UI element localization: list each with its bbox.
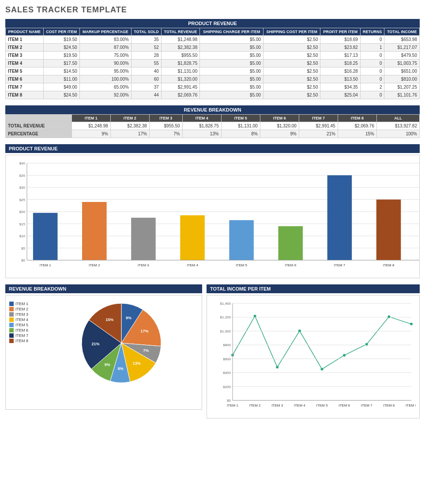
svg-rect-22 bbox=[131, 218, 156, 260]
pie-svg-wrapper: 9%17%7%13%8%9%21%15% bbox=[45, 299, 198, 387]
svg-point-76 bbox=[410, 323, 413, 325]
svg-text:ITEM 4: ITEM 4 bbox=[294, 403, 305, 407]
svg-text:ITEM 1: ITEM 1 bbox=[40, 263, 51, 267]
svg-text:ITEM 7: ITEM 7 bbox=[361, 403, 372, 407]
svg-text:$0: $0 bbox=[21, 258, 25, 262]
legend-label: ITEM 4 bbox=[15, 317, 28, 322]
column-header-row: PRODUCT NAMECOST PER ITEMMARKUP PERCENTA… bbox=[6, 28, 420, 36]
table-row: ITEM 1$19.5083.00%35$1,248.98$5.00$2.50$… bbox=[6, 36, 420, 44]
bottom-charts: REVENUE BREAKDOWN ITEM 1 ITEM 2 ITEM 3 I… bbox=[5, 284, 420, 418]
line-chart-title: TOTAL INCOME PER ITEM bbox=[207, 284, 420, 293]
svg-text:$400: $400 bbox=[223, 371, 231, 375]
legend-color bbox=[9, 333, 14, 338]
svg-text:ITEM 5: ITEM 5 bbox=[236, 263, 247, 267]
product-revenue-header: PRODUCT REVENUE bbox=[5, 19, 420, 28]
table-row: ITEM 4$17.5090.00%55$1,828.75$5.00$2.50$… bbox=[6, 60, 420, 67]
svg-text:ITEM 8: ITEM 8 bbox=[383, 403, 395, 407]
pie-chart-section: REVENUE BREAKDOWN ITEM 1 ITEM 2 ITEM 3 I… bbox=[5, 284, 202, 418]
svg-rect-32 bbox=[376, 200, 401, 261]
svg-point-66 bbox=[298, 329, 301, 332]
svg-text:7%: 7% bbox=[143, 348, 149, 353]
svg-point-64 bbox=[276, 366, 278, 369]
page-title: SALES TRACKER TEMPLATE bbox=[5, 5, 420, 15]
legend-item: ITEM 8 bbox=[9, 339, 40, 343]
legend-item: ITEM 4 bbox=[9, 317, 40, 322]
svg-point-68 bbox=[321, 368, 323, 370]
pie-legend: ITEM 1 ITEM 2 ITEM 3 ITEM 4 ITEM 5 ITEM … bbox=[9, 299, 40, 344]
svg-text:ITEM 6: ITEM 6 bbox=[338, 403, 350, 407]
table-row: ITEM 7$49.0065.00%37$2,991.45$5.00$2.50$… bbox=[6, 83, 420, 91]
legend-color bbox=[9, 328, 14, 332]
svg-point-72 bbox=[365, 343, 368, 346]
svg-text:$5: $5 bbox=[21, 246, 25, 250]
legend-item: ITEM 5 bbox=[9, 323, 40, 327]
bar-chart-container: $0$5$10$15$20$25$30$35$40ITEM 1ITEM 2ITE… bbox=[5, 155, 420, 278]
svg-text:$1,200: $1,200 bbox=[220, 315, 231, 319]
product-revenue-section: PRODUCT REVENUE PRODUCT NAMECOST PER ITE… bbox=[5, 19, 420, 99]
product-revenue-table: PRODUCT NAMECOST PER ITEMMARKUP PERCENTA… bbox=[5, 28, 420, 99]
svg-point-74 bbox=[387, 315, 390, 318]
line-chart-svg: $0$200$400$600$800$1,000$1,200$1,400ITEM… bbox=[211, 299, 416, 414]
svg-text:$30: $30 bbox=[19, 186, 26, 190]
svg-point-70 bbox=[343, 354, 346, 357]
svg-rect-24 bbox=[180, 215, 205, 260]
legend-item: ITEM 6 bbox=[9, 328, 40, 332]
table-row: PERCENTAGE9%17%7%13%8%9%21%15%100% bbox=[6, 130, 420, 138]
line-chart-section: TOTAL INCOME PER ITEM $0$200$400$600$800… bbox=[207, 284, 420, 418]
line-chart-container: $0$200$400$600$800$1,000$1,200$1,400ITEM… bbox=[207, 295, 420, 418]
svg-text:ITEM 3: ITEM 3 bbox=[138, 263, 149, 267]
svg-text:9%: 9% bbox=[126, 316, 132, 320]
svg-text:$0: $0 bbox=[227, 399, 231, 403]
svg-text:ITEM 6: ITEM 6 bbox=[285, 263, 296, 267]
legend-label: ITEM 8 bbox=[15, 339, 28, 343]
breakdown-table: ITEM 1ITEM 2ITEM 3ITEM 4ITEM 5ITEM 6ITEM… bbox=[5, 114, 420, 138]
revenue-breakdown-section: REVENUE BREAKDOWN ITEM 1ITEM 2ITEM 3ITEM… bbox=[5, 105, 420, 138]
legend-item: ITEM 1 bbox=[9, 302, 40, 306]
table-row: ITEM 2$24.5087.00%52$2,382.38$5.00$2.50$… bbox=[6, 44, 420, 52]
svg-text:ITEM 2: ITEM 2 bbox=[249, 403, 261, 407]
svg-rect-20 bbox=[82, 202, 107, 260]
svg-text:ITEM 1: ITEM 1 bbox=[227, 403, 238, 407]
svg-text:15%: 15% bbox=[105, 317, 113, 322]
bar-chart-svg: $0$5$10$15$20$25$30$35$40ITEM 1ITEM 2ITE… bbox=[9, 159, 424, 273]
legend-item: ITEM 2 bbox=[9, 307, 40, 311]
svg-text:ITEM 9: ITEM 9 bbox=[406, 403, 416, 407]
breakdown-header-row: ITEM 1ITEM 2ITEM 3ITEM 4ITEM 5ITEM 6ITEM… bbox=[6, 115, 420, 122]
legend-item: ITEM 3 bbox=[9, 312, 40, 317]
svg-text:$35: $35 bbox=[19, 174, 26, 178]
svg-text:21%: 21% bbox=[92, 342, 100, 346]
svg-rect-26 bbox=[229, 220, 254, 260]
legend-color bbox=[9, 339, 14, 343]
svg-text:ITEM 7: ITEM 7 bbox=[334, 263, 346, 267]
svg-text:$10: $10 bbox=[19, 234, 26, 238]
bar-chart-title: PRODUCT REVENUE bbox=[5, 144, 420, 153]
table-row: ITEM 3$19.5075.00%28$955.50$5.00$2.50$17… bbox=[6, 52, 420, 60]
svg-point-62 bbox=[254, 315, 256, 317]
svg-text:$200: $200 bbox=[223, 385, 231, 389]
svg-text:ITEM 5: ITEM 5 bbox=[316, 403, 328, 407]
legend-label: ITEM 2 bbox=[15, 307, 28, 311]
svg-text:9%: 9% bbox=[105, 362, 110, 367]
svg-text:ITEM 4: ITEM 4 bbox=[187, 263, 198, 267]
pie-chart-title: REVENUE BREAKDOWN bbox=[5, 284, 202, 293]
svg-text:$25: $25 bbox=[19, 198, 26, 202]
svg-text:ITEM 3: ITEM 3 bbox=[271, 403, 283, 407]
legend-label: ITEM 7 bbox=[15, 333, 28, 338]
legend-item: ITEM 7 bbox=[9, 333, 40, 338]
svg-text:ITEM 2: ITEM 2 bbox=[89, 263, 100, 267]
legend-color bbox=[9, 317, 14, 322]
table-row: ITEM 5$14.5095.00%40$1,131.00$5.00$2.50$… bbox=[6, 67, 420, 75]
svg-text:8%: 8% bbox=[118, 366, 124, 371]
svg-text:$20: $20 bbox=[19, 210, 26, 214]
pie-chart-container: ITEM 1 ITEM 2 ITEM 3 ITEM 4 ITEM 5 ITEM … bbox=[5, 295, 202, 410]
svg-text:$1,400: $1,400 bbox=[220, 302, 231, 306]
svg-text:$15: $15 bbox=[19, 222, 26, 226]
legend-color bbox=[9, 302, 14, 306]
table-row: ITEM 8$24.5092.00%44$2,069.76$5.00$2.50$… bbox=[6, 91, 420, 99]
table-row: TOTAL REVENUE$1,248.98$2,382.38$955.50$1… bbox=[6, 122, 420, 130]
legend-color bbox=[9, 323, 14, 327]
svg-rect-30 bbox=[327, 175, 352, 261]
table-row: ITEM 6$11.00100.00%60$1,320.00$5.00$2.50… bbox=[6, 75, 420, 83]
svg-text:$800: $800 bbox=[223, 343, 231, 347]
svg-rect-18 bbox=[33, 213, 58, 260]
